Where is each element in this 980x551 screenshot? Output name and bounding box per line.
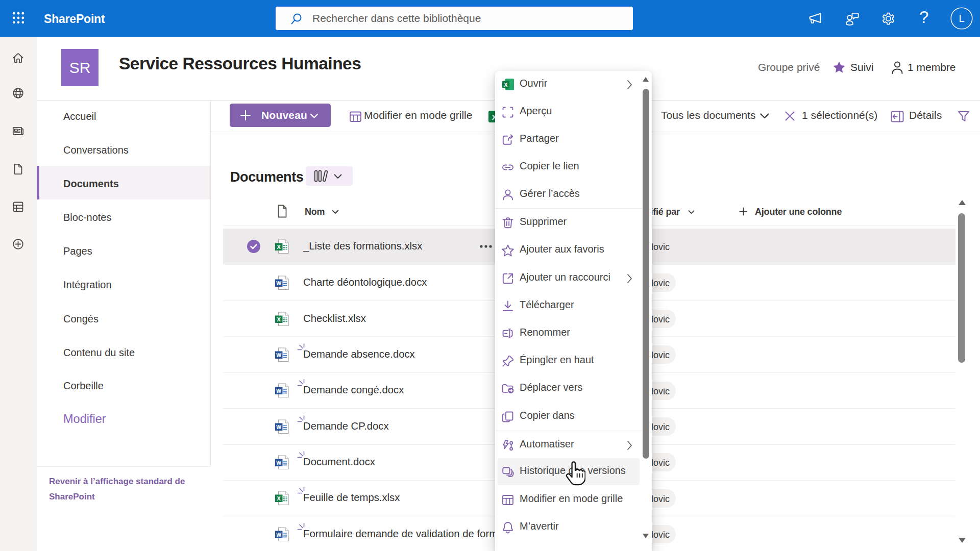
- svg-text:L: L: [959, 13, 964, 24]
- svg-text:X: X: [504, 82, 508, 88]
